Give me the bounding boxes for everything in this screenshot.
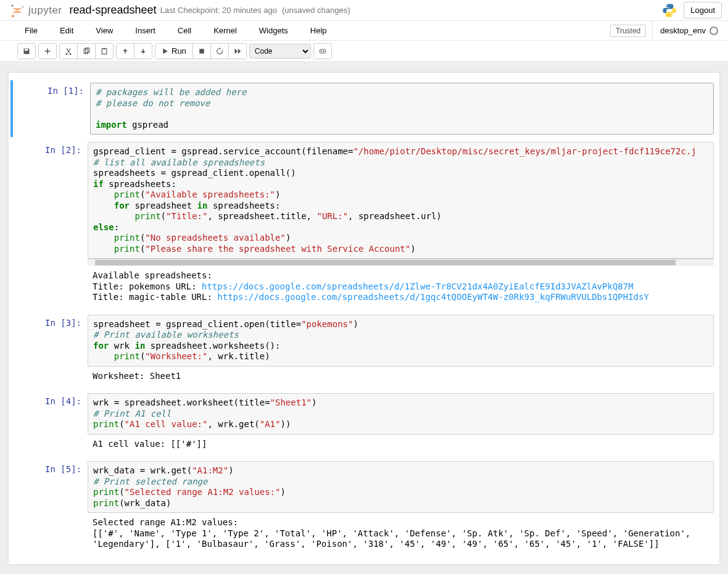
svg-point-4	[671, 14, 672, 15]
kernel-status-icon	[709, 27, 718, 35]
add-cell-button[interactable]	[39, 44, 56, 59]
code-input[interactable]: spreadsheet = gspread_client.open(title=…	[88, 315, 714, 367]
cell-type-select[interactable]: Code	[249, 44, 311, 59]
paste-button[interactable]	[96, 44, 113, 59]
svg-point-1	[22, 6, 23, 7]
notebook-name[interactable]: read-spreadsheet	[70, 4, 157, 17]
svg-rect-11	[321, 51, 322, 52]
python-icon	[661, 2, 677, 19]
jupyter-icon	[10, 3, 25, 18]
cell-prompt: In [5]:	[10, 461, 88, 554]
menu-insert[interactable]: Insert	[129, 22, 162, 39]
kernel-indicator[interactable]: desktop_env	[652, 21, 724, 41]
logout-button[interactable]: Logout	[684, 2, 722, 19]
menubar: FileEditViewInsertCellKernelWidgetsHelp …	[0, 21, 728, 41]
jupyter-wordmark: jupyter	[28, 4, 62, 17]
stop-button[interactable]	[193, 44, 211, 59]
command-palette-button[interactable]	[314, 44, 331, 59]
code-cell[interactable]: In [1]:# packages will be added here # p…	[10, 80, 718, 137]
code-cell[interactable]: In [4]:wrk = spreadsheet.worksheet(title…	[10, 391, 718, 456]
cell-prompt: In [2]:	[10, 142, 88, 307]
kernel-name: desktop_env	[660, 26, 706, 35]
menu-edit[interactable]: Edit	[54, 22, 80, 39]
notebook-content: In [1]:# packages will be added here # p…	[0, 62, 728, 574]
code-input[interactable]: gspread_client = gspread.service_account…	[88, 142, 714, 259]
copy-button[interactable]	[78, 44, 96, 59]
code-cell[interactable]: In [3]:spreadsheet = gspread_client.open…	[10, 312, 718, 389]
cell-output: Available spreadsheets: Title: pokemons …	[88, 266, 714, 307]
svg-point-2	[12, 15, 14, 17]
code-input[interactable]: wrk = spreadsheet.worksheet(title="Sheet…	[88, 393, 714, 435]
cell-prompt: In [3]:	[10, 315, 88, 386]
code-input[interactable]: wrk_data = wrk.get("A1:M2") # Print sele…	[88, 461, 714, 513]
menu-kernel[interactable]: Kernel	[207, 22, 243, 39]
svg-rect-12	[323, 51, 325, 52]
menu-widgets[interactable]: Widgets	[253, 22, 294, 39]
checkpoint-status: Last Checkpoint: 20 minutes ago	[160, 6, 277, 15]
cell-output: A1 cell value: [['#']]	[88, 435, 714, 454]
svg-rect-8	[104, 48, 105, 49]
menu-cell[interactable]: Cell	[172, 22, 197, 39]
menu-file[interactable]: File	[19, 22, 44, 39]
cell-output: Worksheet: Sheet1	[88, 367, 714, 386]
notebook-container: In [1]:# packages will be added here # p…	[9, 73, 719, 564]
svg-point-0	[12, 4, 14, 6]
code-input[interactable]: # packages will be added here # please d…	[90, 83, 714, 135]
horizontal-scrollbar[interactable]	[88, 259, 714, 266]
save-button[interactable]	[18, 44, 35, 59]
cell-prompt: In [4]:	[10, 393, 88, 454]
move-down-button[interactable]	[134, 44, 152, 59]
move-up-button[interactable]	[117, 44, 134, 59]
cut-button[interactable]	[60, 44, 78, 59]
jupyter-logo[interactable]: jupyter	[10, 3, 62, 18]
code-cell[interactable]: In [5]:wrk_data = wrk.get("A1:M2") # Pri…	[10, 459, 718, 557]
run-button[interactable]: Run	[155, 44, 193, 59]
svg-point-3	[667, 5, 668, 6]
restart-run-all-button[interactable]	[229, 44, 246, 59]
code-cell[interactable]: In [2]:gspread_client = gspread.service_…	[10, 139, 718, 310]
menu-help[interactable]: Help	[304, 22, 333, 39]
toolbar: Run Code	[0, 41, 728, 62]
notebook-header: jupyter read-spreadsheet Last Checkpoint…	[0, 0, 728, 21]
restart-button[interactable]	[211, 44, 229, 59]
cell-prompt: In [1]:	[13, 83, 90, 135]
svg-rect-9	[199, 49, 204, 54]
menu-view[interactable]: View	[89, 22, 119, 39]
cell-output: Selected range A1:M2 values: [['#', 'Nam…	[88, 513, 714, 554]
trusted-indicator[interactable]: Trusted	[610, 25, 646, 37]
unsaved-indicator: (unsaved changes)	[282, 6, 350, 15]
